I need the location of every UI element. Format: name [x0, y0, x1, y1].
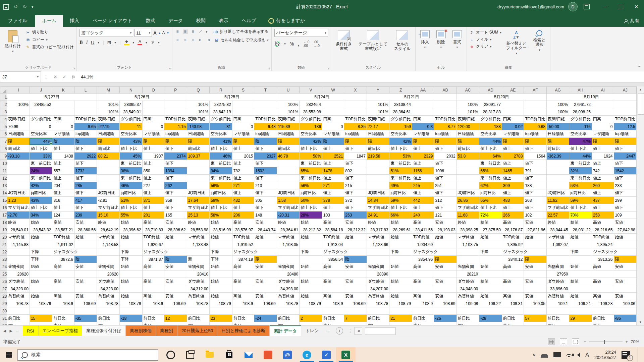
- cell[interactable]: 34%: [30, 212, 52, 219]
- cell[interactable]: [412, 307, 434, 315]
- page-break-view-icon[interactable]: [572, 339, 579, 345]
- taskbar-app-task-view[interactable]: [180, 347, 200, 362]
- collapse-ribbon-icon[interactable]: ⌃: [638, 65, 641, 70]
- cell[interactable]: 安値: [434, 278, 457, 285]
- cell[interactable]: 14.84: [367, 197, 389, 204]
- cell[interactable]: -20.31: [277, 212, 300, 219]
- cell[interactable]: 始値: [210, 278, 232, 285]
- cell[interactable]: 27,821.96: [524, 226, 546, 234]
- cell[interactable]: [389, 322, 412, 325]
- clear-button[interactable]: ◆クリア▾: [470, 44, 501, 49]
- orientation-icon[interactable]: ⟋: [198, 29, 203, 34]
- cell[interactable]: 188: [479, 123, 502, 130]
- cell[interactable]: 下降: [210, 248, 232, 256]
- align-right-icon[interactable]: ≡: [191, 38, 196, 42]
- cell[interactable]: [434, 101, 457, 108]
- cell[interactable]: 値下: [254, 189, 277, 197]
- cell[interactable]: 値上: [322, 189, 344, 197]
- cell[interactable]: [254, 322, 277, 325]
- cell[interactable]: 値上下比: [210, 204, 232, 212]
- row-header-8[interactable]: 8: [0, 145, 7, 153]
- ime-indicator[interactable]: A: [585, 352, 589, 358]
- cell[interactable]: 値上: [502, 160, 524, 167]
- cell[interactable]: 日経陽陰: [187, 130, 210, 138]
- cell[interactable]: 42%: [300, 138, 322, 145]
- cell[interactable]: 始値: [389, 263, 412, 270]
- cell[interactable]: [389, 241, 412, 248]
- cell[interactable]: 値上: [52, 189, 74, 197]
- format-painter-button[interactable]: ✎書式のコピー/貼り付け: [26, 44, 74, 50]
- cell[interactable]: 始値: [479, 263, 502, 270]
- cell[interactable]: 値上下比: [120, 204, 143, 212]
- horizontal-scroll-thumb[interactable]: [365, 327, 396, 335]
- cell[interactable]: JQ前日比: [277, 189, 300, 197]
- cell[interactable]: 1,128.66: [367, 241, 389, 248]
- cell[interactable]: 安値: [524, 293, 546, 300]
- cell[interactable]: 28210: [457, 270, 479, 278]
- ribbon-tab-ページ レイアウト[interactable]: ページ レイアウト: [86, 15, 139, 27]
- cell[interactable]: 0: [232, 123, 254, 130]
- cell[interactable]: [300, 256, 322, 263]
- cell[interactable]: 前日比: [546, 145, 569, 153]
- cell[interactable]: 値上下比: [210, 145, 232, 153]
- start-button[interactable]: [0, 347, 17, 362]
- cell[interactable]: 買い: [277, 322, 300, 325]
- share-button[interactable]: 共有: [624, 18, 639, 24]
- cell[interactable]: [187, 175, 210, 182]
- cell[interactable]: 終値: [7, 219, 30, 226]
- cell[interactable]: [389, 270, 412, 278]
- cell[interactable]: [277, 307, 300, 315]
- cell[interactable]: 28,516.99: [210, 226, 232, 234]
- cell[interactable]: 88.21: [97, 153, 120, 160]
- cell[interactable]: 11: [120, 123, 143, 130]
- row-header-31[interactable]: 31: [0, 315, 7, 322]
- cell[interactable]: 東二前日比: [120, 175, 143, 182]
- cell[interactable]: [434, 285, 457, 293]
- zoom-in-icon[interactable]: +: [625, 339, 628, 344]
- cell[interactable]: 安値: [254, 219, 277, 226]
- taskbar-app-mail[interactable]: [239, 347, 258, 362]
- cell[interactable]: マザ前日比: [457, 204, 479, 212]
- row-header-27[interactable]: 27: [0, 285, 7, 293]
- cell[interactable]: 2329: [412, 153, 434, 160]
- cell[interactable]: 陽: [457, 138, 479, 145]
- cell[interactable]: 42%: [30, 182, 52, 189]
- cell[interactable]: 271: [232, 182, 254, 189]
- cell[interactable]: 始値: [524, 234, 546, 241]
- row-header-16[interactable]: 16: [0, 204, 7, 212]
- cell[interactable]: 高値: [502, 293, 524, 300]
- cell[interactable]: 1564: [524, 153, 546, 160]
- cell[interactable]: [7, 108, 30, 116]
- sheet-overflow-left[interactable]: …: [16, 329, 19, 333]
- cell[interactable]: 28138.44: [389, 101, 412, 108]
- cell[interactable]: 1,148.58: [97, 241, 120, 248]
- sheet-nav-left-icon[interactable]: ◀: [3, 329, 6, 333]
- cell[interactable]: 値上: [232, 204, 254, 212]
- cell[interactable]: 空売比率: [30, 130, 52, 138]
- cell[interactable]: 先物夜間: [7, 263, 30, 270]
- cell[interactable]: マザ陽陰: [502, 130, 524, 138]
- cell[interactable]: [74, 270, 97, 278]
- taskbar-app-menu-app[interactable]: @: [278, 347, 297, 362]
- borders-button[interactable]: ⊞: [107, 40, 111, 45]
- cell[interactable]: 値下: [524, 175, 546, 182]
- cell[interactable]: 為替終値: [546, 293, 569, 300]
- cell[interactable]: [254, 307, 277, 315]
- cell[interactable]: 7: [344, 315, 367, 322]
- cell[interactable]: 値下: [614, 175, 636, 182]
- cell[interactable]: 46%: [120, 182, 143, 189]
- cell[interactable]: 前日比: [277, 145, 300, 153]
- cell[interactable]: -9.65: [74, 123, 97, 130]
- cell[interactable]: 316: [52, 197, 74, 204]
- cell[interactable]: 100%: [457, 101, 479, 108]
- cell[interactable]: 101%: [97, 101, 120, 108]
- cell[interactable]: 値下: [74, 145, 97, 153]
- cell[interactable]: 高値: [592, 219, 614, 226]
- cell[interactable]: 23: [210, 315, 232, 322]
- cell[interactable]: 高値: [412, 219, 434, 226]
- cell[interactable]: 陽: [524, 138, 546, 145]
- hscroll-left-icon[interactable]: ◀: [354, 327, 362, 335]
- column-header-J[interactable]: J: [30, 87, 52, 94]
- cell[interactable]: 271: [322, 182, 344, 189]
- cell[interactable]: jq前日比: [569, 189, 592, 197]
